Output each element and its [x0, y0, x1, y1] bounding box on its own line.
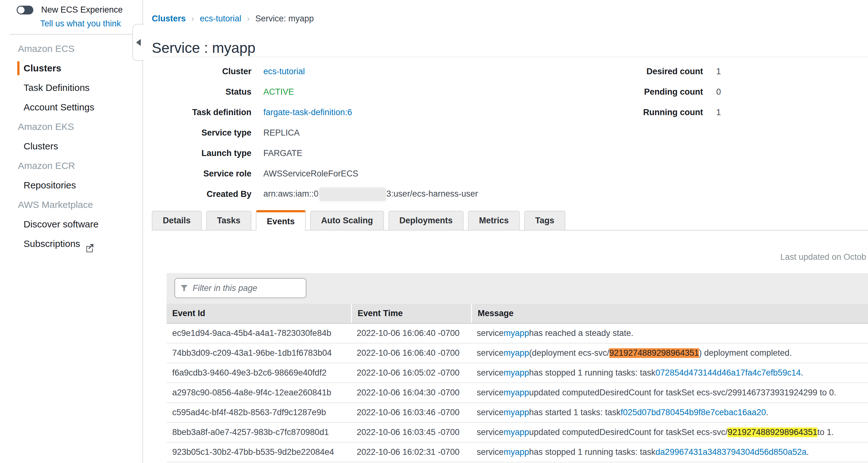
- detail-row-service-role: Service roleAWSServiceRoleForECS: [157, 164, 478, 184]
- event-message-link[interactable]: myapp: [504, 428, 529, 437]
- event-message-text: .: [806, 447, 809, 457]
- sidebar-item-task-definitions[interactable]: Task Definitions: [0, 78, 143, 97]
- sidebar-item-clusters[interactable]: Clusters: [0, 58, 143, 78]
- service-counts: Desired count1Pending count0Running coun…: [613, 61, 721, 123]
- detail-label: Task definition: [157, 108, 251, 117]
- event-message-text: .: [801, 368, 803, 378]
- tabbar: DetailsTasksEventsAuto ScalingDeployment…: [152, 210, 565, 231]
- detail-label: Service type: [157, 128, 251, 138]
- count-label: Desired count: [613, 67, 703, 77]
- breadcrumb-cluster-link[interactable]: ecs-tutorial: [200, 14, 241, 24]
- tab-events[interactable]: Events: [256, 210, 306, 231]
- breadcrumb: Clusters › ecs-tutorial › Service: myapp: [152, 14, 314, 24]
- event-id-cell: c595ad4c-bf4f-482b-8563-7df9c1287e9b: [166, 403, 351, 422]
- tab-tags[interactable]: Tags: [524, 211, 565, 231]
- event-message-text: service: [477, 428, 504, 437]
- sidebar-heading-amazon-ecs: Amazon ECS: [0, 39, 143, 58]
- event-id-cell: a2978c90-0856-4a8e-9f4c-12eae260841b: [166, 383, 351, 402]
- sidebar: New ECS Experience Tell us what you thin…: [0, 0, 143, 463]
- event-message-link[interactable]: myapp: [504, 328, 529, 338]
- new-ecs-experience-toggle[interactable]: [17, 6, 33, 15]
- event-message-text: has stopped 1 running tasks: task: [529, 447, 656, 457]
- detail-row-launch-type: Launch typeFARGATE: [157, 143, 478, 164]
- breadcrumb-clusters-link[interactable]: Clusters: [152, 14, 186, 24]
- tell-us-what-you-think-link[interactable]: Tell us what you think: [40, 19, 121, 29]
- breadcrumb-separator: ›: [191, 14, 194, 24]
- sidebar-item-account-settings[interactable]: Account Settings: [0, 97, 143, 117]
- sidebar-item-label: Repositories: [24, 175, 76, 195]
- detail-label: Created By: [157, 190, 251, 199]
- sidebar-collapse-button[interactable]: [132, 24, 144, 61]
- tab-metrics[interactable]: Metrics: [468, 211, 520, 231]
- filter-input-box[interactable]: [175, 278, 306, 298]
- count-value: 0: [716, 87, 721, 97]
- filter-input[interactable]: [192, 283, 301, 293]
- detail-row-task-definition: Task definitionfargate-task-definition:6: [157, 102, 478, 123]
- event-message-text: has started 1 tasks: task: [529, 408, 621, 417]
- column-header-message: Message: [471, 304, 868, 323]
- sidebar-item-label: Discover software: [24, 214, 98, 234]
- detail-row-service-type: Service typeREPLICA: [157, 123, 478, 143]
- search-highlight: 9219274889298964351: [727, 428, 817, 437]
- event-message-link[interactable]: myapp: [504, 388, 529, 398]
- event-message-link[interactable]: myapp: [504, 348, 529, 358]
- event-message-link[interactable]: 072854d473144d46a17fa4c7efb59c14: [656, 368, 801, 378]
- event-id-cell: f6a9cdb3-9460-49e3-b2c6-98669e40fdf2: [166, 363, 351, 382]
- event-message-link[interactable]: myapp: [504, 408, 529, 417]
- sidebar-item-discover-software[interactable]: Discover software: [0, 214, 143, 234]
- event-message-cell: service myapp (deployment ecs-svc/921927…: [471, 344, 868, 363]
- sidebar-divider: [9, 34, 133, 35]
- event-message-cell: service myapp has reached a steady state…: [471, 324, 868, 343]
- count-value: 1: [716, 67, 721, 77]
- event-time-cell: 2022-10-06 16:02:31 -0700: [351, 442, 471, 462]
- detail-value-cluster[interactable]: ecs-tutorial: [264, 67, 305, 77]
- event-message-text: service: [477, 368, 504, 378]
- event-message-link[interactable]: da29967431a3483794304d56d850a52a: [656, 447, 807, 457]
- event-row: 8beb3a8f-a0e7-4257-983b-c7fc870980d12022…: [166, 423, 868, 442]
- event-row: ec9e1d94-9aca-45b4-a4a1-7823030fe84b2022…: [166, 324, 868, 344]
- event-message-cell: service myapp updated computedDesiredCou…: [471, 383, 868, 402]
- new-ecs-experience-label: New ECS Experience: [41, 5, 123, 15]
- events-table-body: ec9e1d94-9aca-45b4-a4a1-7823030fe84b2022…: [166, 324, 868, 462]
- column-header-event-id: Event Id: [166, 304, 351, 323]
- count-value: 1: [716, 108, 721, 117]
- chevron-left-icon: [136, 39, 141, 46]
- event-id-cell: 8beb3a8f-a0e7-4257-983b-c7fc870980d1: [166, 423, 351, 442]
- detail-value-service-type: REPLICA: [264, 128, 300, 138]
- event-message-cell: service myapp has stopped 1 running task…: [471, 363, 868, 382]
- detail-value-service-role: AWSServiceRoleForECS: [264, 169, 358, 179]
- sidebar-item-repositories[interactable]: Repositories: [0, 175, 143, 195]
- tab-auto-scaling[interactable]: Auto Scaling: [310, 211, 384, 231]
- new-ecs-experience-row: New ECS Experience: [17, 5, 123, 15]
- last-updated-text: Last updated on Octob: [780, 252, 866, 262]
- count-row-pending-count: Pending count0: [613, 82, 721, 102]
- event-message-link[interactable]: myapp: [504, 368, 529, 378]
- sidebar-item-label: Account Settings: [24, 97, 94, 117]
- event-message-link[interactable]: f025d07bd780454b9f8e7cebac16aa20: [621, 408, 766, 417]
- event-id-cell: ec9e1d94-9aca-45b4-a4a1-7823030fe84b: [166, 324, 351, 343]
- detail-value-status: ACTIVE: [264, 87, 294, 97]
- event-time-cell: 2022-10-06 16:05:02 -0700: [351, 363, 471, 382]
- sidebar-item-subscriptions[interactable]: Subscriptions: [0, 234, 143, 254]
- event-message-link[interactable]: myapp: [504, 447, 529, 457]
- event-message-cell: service myapp updated computedDesiredCou…: [471, 423, 868, 442]
- event-message-text: service: [477, 348, 504, 358]
- tab-deployments[interactable]: Deployments: [389, 211, 464, 231]
- event-row: 923b05c1-30b2-47bb-b535-9d2be22084e42022…: [166, 442, 868, 462]
- event-message-text: service: [477, 328, 504, 338]
- service-details: Clusterecs-tutorialStatusACTIVETask defi…: [157, 61, 478, 204]
- tab-details[interactable]: Details: [152, 211, 202, 231]
- event-row: c595ad4c-bf4f-482b-8563-7df9c1287e9b2022…: [166, 403, 868, 423]
- event-message-text: updated computedDesiredCount for taskSet…: [529, 388, 836, 398]
- sidebar-item-label: Clusters: [24, 137, 58, 156]
- event-row: f6a9cdb3-9460-49e3-b2c6-98669e40fdf22022…: [166, 363, 868, 383]
- tab-tasks[interactable]: Tasks: [206, 211, 252, 231]
- detail-value-task-definition[interactable]: fargate-task-definition:6: [264, 108, 352, 117]
- external-link-icon: [85, 239, 94, 248]
- sidebar-item-clusters[interactable]: Clusters: [0, 137, 143, 156]
- sidebar-item-label: Task Definitions: [24, 78, 90, 97]
- event-message-cell: service myapp has started 1 tasks: task …: [471, 403, 868, 422]
- sidebar-item-label: Clusters: [24, 58, 61, 78]
- search-highlight: 9219274889298964351: [609, 348, 699, 358]
- event-message-text: updated computedDesiredCount for taskSet…: [529, 428, 728, 437]
